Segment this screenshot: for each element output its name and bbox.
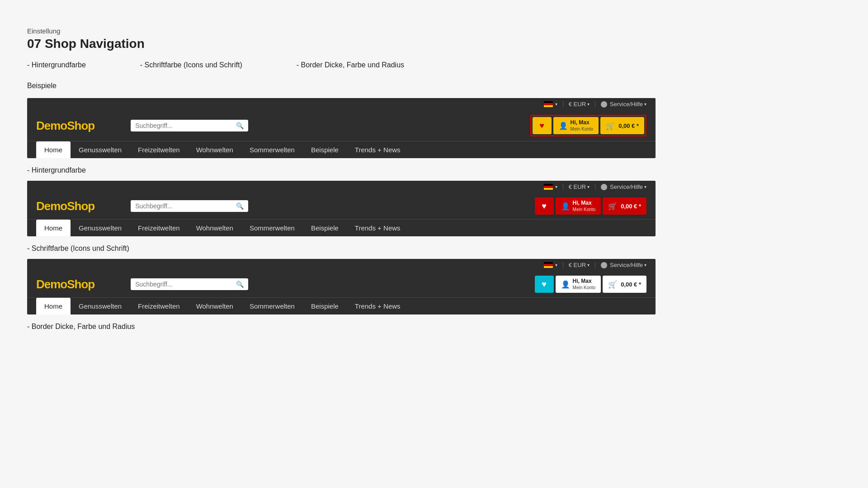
flag-de-icon xyxy=(544,262,553,268)
cart-button-1[interactable]: 🛒 0,00 € * xyxy=(600,117,644,134)
service-selector-2[interactable]: Service/Hilfe ▾ xyxy=(601,183,646,190)
cart-price-2: 0,00 € * xyxy=(621,203,641,210)
cart-button-3[interactable]: 🛒 0,00 € * xyxy=(603,276,646,293)
section-label-2: - Schriftfarbe (Icons und Schrift) xyxy=(27,244,841,253)
menu-item-freizeit-3[interactable]: Freizeitwelten xyxy=(130,298,188,314)
chevron-down-icon: ▾ xyxy=(587,184,590,189)
search-box-3[interactable]: 🔍 xyxy=(131,278,248,290)
menu-item-sommer-2[interactable]: Sommerwelten xyxy=(241,220,303,236)
menu-item-wohn-2[interactable]: Wohnwelten xyxy=(188,220,241,236)
account-hi: Hi, Max xyxy=(573,278,596,285)
currency-selector-1[interactable]: € EUR ▾ xyxy=(569,101,590,108)
account-hi: Hi, Max xyxy=(571,119,594,127)
page-title: 07 Shop Navigation xyxy=(27,37,841,51)
logo-shop: Shop xyxy=(67,119,94,132)
menu-item-freizeit-1[interactable]: Freizeitwelten xyxy=(130,141,188,158)
separator xyxy=(563,101,563,108)
main-row-1: DemoShop 🔍 ♥ 👤 Hi, Max xyxy=(27,110,656,141)
menu-item-sommer-3[interactable]: Sommerwelten xyxy=(241,298,303,314)
search-icon: 🔍 xyxy=(236,281,244,288)
menu-item-genuss-2[interactable]: Genusswelten xyxy=(71,220,130,236)
account-button-1[interactable]: 👤 Hi, Max Mein Konto xyxy=(553,117,599,134)
menu-item-beispiele-2[interactable]: Beispiele xyxy=(303,220,347,236)
wishlist-button-1[interactable]: ♥ xyxy=(533,117,552,134)
account-mein: Mein Konto xyxy=(573,206,596,212)
chevron-down-icon: ▾ xyxy=(644,102,646,107)
nav-demo-1: ▾ € EUR ▾ Service/Hilfe ▾ DemoShop xyxy=(27,98,656,158)
search-input-2[interactable] xyxy=(135,202,233,210)
wishlist-button-3[interactable]: ♥ xyxy=(535,276,554,293)
menu-item-trends-3[interactable]: Trends + News xyxy=(347,298,409,314)
menu-item-wohn-3[interactable]: Wohnwelten xyxy=(188,298,241,314)
menu-item-sommer-1[interactable]: Sommerwelten xyxy=(241,141,303,158)
info-icon xyxy=(601,262,607,268)
account-text-1: Hi, Max Mein Konto xyxy=(571,119,594,132)
account-button-2[interactable]: 👤 Hi, Max Mein Konto xyxy=(556,197,601,215)
currency-selector-3[interactable]: € EUR ▾ xyxy=(569,262,590,268)
search-box-2[interactable]: 🔍 xyxy=(131,200,248,212)
wishlist-button-2[interactable]: ♥ xyxy=(535,197,554,215)
cart-price-3: 0,00 € * xyxy=(621,281,641,288)
heart-icon: ♥ xyxy=(542,202,547,211)
menu-item-home-2[interactable]: Home xyxy=(36,220,71,236)
search-box-1[interactable]: 🔍 xyxy=(131,120,248,131)
service-label: Service/Hilfe xyxy=(610,101,643,108)
menu-row-3: Home Genusswelten Freizeitwelten Wohnwel… xyxy=(27,297,656,314)
account-button-3[interactable]: 👤 Hi, Max Mein Konto xyxy=(556,276,601,293)
currency-label: € EUR xyxy=(569,262,586,268)
section-label-1: - Hintergrundfarbe xyxy=(27,166,841,174)
menu-item-beispiele-3[interactable]: Beispiele xyxy=(303,298,347,314)
logo-shop: Shop xyxy=(67,199,94,213)
attributes-row: - Hintergrundfarbe - Schriftfarbe (Icons… xyxy=(27,61,841,69)
cart-button-2[interactable]: 🛒 0,00 € * xyxy=(603,197,646,215)
main-row-2: DemoShop 🔍 ♥ 👤 Hi, Max Mein Konto xyxy=(27,193,656,219)
chevron-down-icon: ▾ xyxy=(555,263,557,267)
top-bar-2: ▾ € EUR ▾ Service/Hilfe ▾ xyxy=(27,181,656,193)
logo-shop: Shop xyxy=(67,277,94,291)
menu-item-genuss-3[interactable]: Genusswelten xyxy=(71,298,130,314)
demo-3: ▾ € EUR ▾ Service/Hilfe ▾ DemoShop xyxy=(27,259,841,314)
nav-actions-3: ♥ 👤 Hi, Max Mein Konto 🛒 0,00 € * xyxy=(535,276,646,293)
menu-item-wohn-1[interactable]: Wohnwelten xyxy=(188,141,241,158)
service-selector-3[interactable]: Service/Hilfe ▾ xyxy=(601,262,646,268)
cart-icon: 🛒 xyxy=(608,280,617,289)
separator xyxy=(563,184,563,190)
chevron-down-icon: ▾ xyxy=(587,263,590,267)
service-selector-1[interactable]: Service/Hilfe ▾ xyxy=(601,101,646,108)
currency-selector-2[interactable]: € EUR ▾ xyxy=(569,183,590,190)
service-label: Service/Hilfe xyxy=(610,262,643,268)
menu-item-beispiele-1[interactable]: Beispiele xyxy=(303,141,347,158)
menu-item-home-3[interactable]: Home xyxy=(36,298,71,314)
search-input-3[interactable] xyxy=(135,281,233,288)
demo-2: ▾ € EUR ▾ Service/Hilfe ▾ DemoShop xyxy=(27,181,841,236)
info-icon xyxy=(601,101,607,108)
menu-item-freizeit-2[interactable]: Freizeitwelten xyxy=(130,220,188,236)
menu-item-home-1[interactable]: Home xyxy=(36,141,71,158)
separator xyxy=(595,262,595,268)
account-text-3: Hi, Max Mein Konto xyxy=(573,278,596,291)
flag-de-icon xyxy=(544,184,553,190)
chevron-down-icon: ▾ xyxy=(587,102,590,107)
menu-row-2: Home Genusswelten Freizeitwelten Wohnwel… xyxy=(27,219,656,236)
flag-selector-3[interactable]: ▾ xyxy=(544,262,557,268)
heart-icon: ♥ xyxy=(539,121,544,131)
account-mein: Mein Konto xyxy=(573,285,596,291)
currency-label: € EUR xyxy=(569,183,586,190)
service-label: Service/Hilfe xyxy=(610,183,643,190)
menu-item-trends-2[interactable]: Trends + News xyxy=(347,220,409,236)
search-input-1[interactable] xyxy=(135,122,233,129)
top-bar-3: ▾ € EUR ▾ Service/Hilfe ▾ xyxy=(27,259,656,271)
logo-demo: Demo xyxy=(36,119,67,132)
logo-demo: Demo xyxy=(36,199,67,213)
user-icon: 👤 xyxy=(559,122,568,130)
menu-row-1: Home Genusswelten Freizeitwelten Wohnwel… xyxy=(27,141,656,158)
chevron-down-icon: ▾ xyxy=(644,184,646,189)
cart-price-1: 0,00 € * xyxy=(618,122,639,129)
top-bar-1: ▾ € EUR ▾ Service/Hilfe ▾ xyxy=(27,98,656,110)
cart-icon: 🛒 xyxy=(608,202,617,211)
menu-item-trends-1[interactable]: Trends + News xyxy=(347,141,409,158)
user-icon: 👤 xyxy=(561,202,570,211)
flag-selector-1[interactable]: ▾ xyxy=(544,101,557,107)
flag-selector-2[interactable]: ▾ xyxy=(544,184,557,190)
menu-item-genuss-1[interactable]: Genusswelten xyxy=(71,141,130,158)
